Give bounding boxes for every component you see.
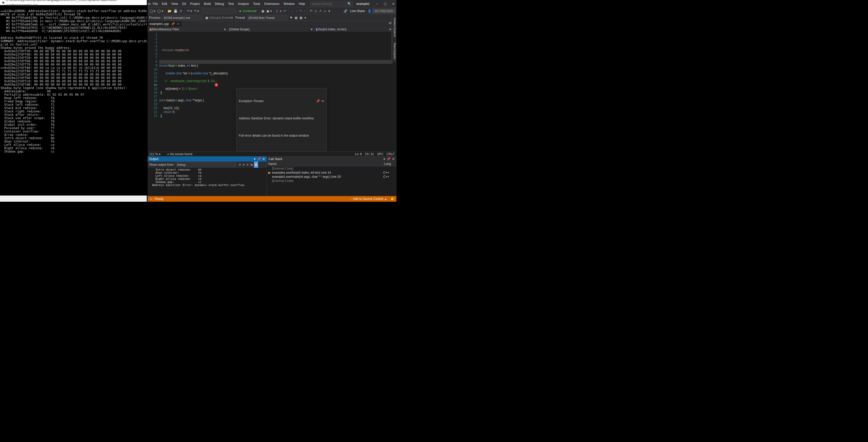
context-project-dropdown[interactable]: ▣ Miscellaneous Files▾ [148, 27, 227, 32]
nav-back-button[interactable]: ◯ ▾ [149, 8, 156, 14]
console-output[interactable]: ==4136==ERROR: AddressSanitizer: dynamic… [0, 5, 147, 196]
menu-view[interactable]: View [169, 0, 180, 8]
error-glyph-icon[interactable]: ✕ [215, 83, 218, 87]
col-position: Ch: 31 [365, 152, 374, 156]
toolbar-icon[interactable]: ▭ [322, 8, 328, 14]
callstack-row[interactable]: [External Code] [267, 166, 396, 171]
col-name[interactable]: Name [267, 162, 382, 166]
minimize-button[interactable]: ─ [373, 0, 381, 8]
flag-icon[interactable]: ⚑ [289, 15, 293, 21]
menu-edit[interactable]: Edit [160, 0, 169, 8]
notifications-icon[interactable]: 🔔 [391, 197, 394, 201]
thread-dropdown[interactable]: [35160] Main Thread [247, 15, 287, 20]
config-dropdown[interactable] [202, 8, 236, 14]
maximize-button[interactable]: ▢ [381, 0, 389, 8]
open-button[interactable]: 📂 [167, 8, 173, 14]
stack-icon[interactable]: ▦ [293, 15, 299, 21]
output-text[interactable]: Intra object redzone: bb ASan internal: … [148, 168, 267, 196]
save-button[interactable]: 💾 [173, 8, 179, 14]
output-tool-icon[interactable]: ≡ [245, 162, 249, 168]
pin-icon[interactable]: 📌 [257, 157, 261, 161]
popup-close-icon[interactable]: ✕ [321, 99, 324, 103]
step-button[interactable]: ↑ [303, 8, 307, 14]
toolbar-icon[interactable]: ▣ [260, 8, 265, 14]
context-function-dropdown[interactable]: ◧ foo(int index, int len)▾ ✚ [314, 27, 396, 32]
menu-debug[interactable]: Debug [213, 0, 226, 8]
zoom-level[interactable]: 111 % [149, 152, 158, 156]
menu-build[interactable]: Build [202, 0, 213, 8]
dropdown-icon[interactable]: ▾ [254, 157, 255, 161]
issues-text[interactable]: No issues found [170, 152, 192, 156]
close-tab-icon[interactable]: ✕ [177, 22, 180, 26]
continue-button[interactable]: Continue ▾ [238, 9, 258, 13]
output-header[interactable]: Output ▾📌✕ [148, 157, 267, 162]
stack-icon[interactable]: ▦ [299, 15, 303, 21]
source-control-icon[interactable]: ↑ [350, 197, 351, 201]
pin-icon[interactable]: 📌 [386, 157, 391, 161]
close-button[interactable]: ✕ [389, 0, 396, 8]
toolbar-icon[interactable]: ↶ [309, 8, 313, 14]
search-icon[interactable]: 🔍 [347, 2, 351, 6]
toolbar-icon[interactable]: ◇ [313, 8, 318, 14]
menu-tools[interactable]: Tools [251, 0, 262, 8]
output-tool-icon[interactable]: ≡ [242, 162, 245, 168]
tab-example1-cpp[interactable]: example1.cpp 📌 ✕ [148, 21, 182, 27]
pause-button[interactable]: ‖ [275, 8, 279, 14]
context-scope-dropdown[interactable]: (Global Scope)▾ [227, 27, 314, 32]
toolbar-overflow[interactable]: ▾ [328, 8, 331, 14]
lifecycle-icon[interactable]: ▣ [204, 15, 209, 21]
callstack-row[interactable]: example1.exe!main(int argc, char * * arg… [267, 175, 396, 179]
menu-project[interactable]: Project [188, 0, 202, 8]
pin-icon[interactable]: 📌 [171, 22, 175, 26]
status-icon: ▭ [150, 197, 153, 201]
menu-file[interactable]: File [151, 0, 160, 8]
output-tool-icon[interactable]: ≡ [238, 162, 242, 168]
add-source-control[interactable]: Add to Source Control [353, 197, 383, 201]
undo-button[interactable]: ↶ ▾ [186, 8, 193, 14]
code-editor[interactable]: 1 2 3 4 5 6 7 8 9 10 11 12 13 14 15 16 1… [148, 32, 396, 151]
col-lang[interactable]: Lang [382, 162, 396, 166]
menu-help[interactable]: Help [297, 0, 307, 8]
nav-fwd-button[interactable]: ◯ ▾ [156, 8, 164, 14]
output-source-dropdown[interactable]: Debug [176, 162, 236, 167]
redo-button[interactable]: ↷ ▾ [193, 8, 200, 14]
restart-button[interactable]: ⟳ [283, 8, 287, 14]
zoom-dropdown-icon[interactable]: ▾ [159, 152, 160, 156]
frame-text: example1.exe!main(int argc, char * * arg… [272, 175, 382, 178]
close-icon[interactable]: ✕ [392, 157, 395, 161]
dropdown-icon[interactable]: ▾ [383, 157, 385, 161]
process-dropdown[interactable]: [4136] example1.exe [163, 15, 203, 20]
chevron-up-icon[interactable]: ▴ [385, 197, 386, 201]
debug-process-bar: Process: [4136] example1.exe ▣ Lifecycle… [148, 14, 396, 21]
popup-pin-icon[interactable]: 📌 [316, 99, 320, 103]
saveall-button[interactable]: 🗎 [179, 8, 184, 14]
toolbar-icon[interactable]: ↗ [318, 8, 322, 14]
toolbar-icon[interactable]: ▣ ▾ [265, 8, 273, 14]
output-tool-icon[interactable]: ≣ [249, 162, 254, 168]
team-explorer-tab[interactable]: Team Explorer [391, 40, 396, 62]
step-over-button[interactable]: ↓ [294, 8, 298, 14]
output-tool-icon[interactable]: ≣ [254, 162, 258, 168]
overflow-icon[interactable]: ▾ [303, 15, 307, 21]
callstack-row[interactable]: ▶example1.exe!foo(int index, int len) Li… [267, 171, 396, 175]
menu-git[interactable]: Git [180, 0, 188, 8]
step-out-button[interactable]: ↷ [298, 8, 303, 14]
feedback-icon[interactable]: 👤 [367, 8, 372, 14]
menu-analyze[interactable]: Analyze [236, 0, 251, 8]
windows-taskbar[interactable] [0, 196, 147, 202]
step-into-button[interactable]: → [289, 8, 294, 14]
stop-button[interactable]: ■ [279, 8, 283, 14]
menu-window[interactable]: Window [281, 0, 297, 8]
menu-test[interactable]: Test [226, 0, 236, 8]
callstack-header[interactable]: Call Stack ▾📌✕ [267, 157, 396, 162]
liveshare-icon[interactable]: 🔗 [343, 8, 348, 14]
liveshare-button[interactable]: Live Share [348, 9, 366, 13]
search-input[interactable] [312, 2, 347, 5]
search-box[interactable]: 🔍 [310, 1, 353, 7]
window-title: example1 [353, 2, 373, 6]
code-body[interactable]: #include <malloc.h> __declspec(noinline)… [159, 32, 396, 151]
close-icon[interactable]: ✕ [262, 157, 265, 161]
callstack-row[interactable]: [External Code] [267, 179, 396, 183]
menu-extensions[interactable]: Extensions [262, 0, 281, 8]
solution-explorer-tab[interactable]: Solution Explorer [391, 15, 396, 40]
